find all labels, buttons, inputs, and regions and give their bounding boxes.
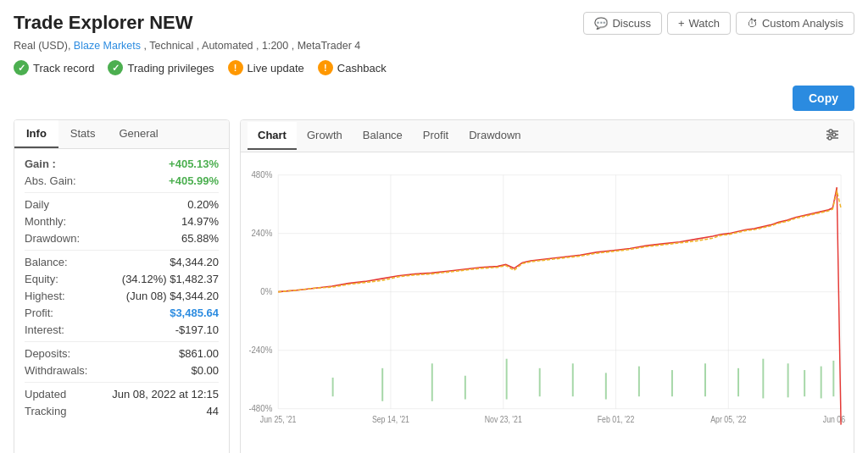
clock-icon: ⏱: [747, 17, 758, 30]
svg-rect-32: [506, 359, 508, 400]
chart-tab-drawdown[interactable]: Drawdown: [459, 122, 531, 150]
left-tabs: Info Stats General: [14, 120, 229, 149]
right-panel: Chart Growth Balance Profit Drawdown: [240, 119, 854, 453]
svg-rect-36: [638, 367, 640, 397]
profit-label: Profit:: [25, 307, 53, 319]
drawdown-row: Drawdown: 65.88%: [25, 232, 219, 245]
blaze-markets-link[interactable]: Blaze Markets: [74, 40, 141, 52]
info-icon: !: [318, 60, 333, 75]
svg-text:Nov 23, '21: Nov 23, '21: [485, 415, 522, 425]
discuss-button[interactable]: 💬 Discuss: [583, 12, 662, 35]
interest-value: -$197.10: [175, 323, 219, 336]
checkmark-icon: ✓: [14, 60, 29, 75]
tab-info[interactable]: Info: [14, 120, 58, 148]
abs-gain-label: Abs. Gain:: [25, 174, 76, 187]
daily-label: Daily: [25, 198, 49, 211]
svg-text:Jun 06, '22: Jun 06, '22: [823, 415, 845, 425]
balance-value: $4,344.20: [170, 256, 219, 268]
left-panel: Info Stats General Gain : +405.13% Abs. …: [14, 119, 230, 453]
updated-value: Jun 08, 2022 at 12:15: [112, 388, 219, 401]
watch-button[interactable]: + Watch: [667, 12, 731, 35]
svg-rect-35: [605, 373, 607, 399]
svg-text:Apr 05, '22: Apr 05, '22: [710, 415, 746, 425]
abs-gain-value: +405.99%: [169, 174, 219, 187]
info-table: Gain : +405.13% Abs. Gain: +405.99% Dail…: [14, 149, 229, 430]
tracking-row: Tracking 44: [25, 405, 219, 417]
badge-trading-privileges-label: Trading privileges: [127, 62, 214, 75]
updated-label: Updated: [25, 388, 66, 401]
svg-point-4: [832, 133, 836, 136]
badge-trading-privileges: ✓ Trading privileges: [108, 60, 214, 75]
page-title: Trade Explorer NEW: [14, 12, 193, 34]
drawdown-label: Drawdown:: [25, 232, 80, 245]
svg-text:480%: 480%: [251, 169, 272, 180]
deposits-row: Deposits: $861.00: [25, 347, 219, 360]
profit-row: Profit: $3,485.64: [25, 307, 219, 319]
interest-row: Interest: -$197.10: [25, 323, 219, 336]
svg-rect-28: [332, 378, 334, 396]
withdrawals-label: Withdrawals:: [25, 364, 87, 377]
svg-rect-31: [465, 376, 466, 400]
svg-rect-42: [804, 370, 805, 396]
chart-area: 480% 240% 0% -240% -480%: [241, 152, 854, 453]
discuss-icon: 💬: [594, 17, 608, 30]
daily-row: Daily 0.20%: [25, 198, 219, 211]
svg-rect-39: [737, 368, 739, 396]
gain-value: +405.13%: [169, 157, 219, 170]
svg-text:0%: 0%: [260, 286, 272, 296]
chart-tab-balance[interactable]: Balance: [353, 122, 413, 150]
chart-tab-growth[interactable]: Growth: [297, 122, 353, 150]
svg-text:-240%: -240%: [249, 345, 272, 355]
svg-rect-34: [572, 363, 574, 396]
profit-value: $3,485.64: [170, 307, 219, 319]
chart-tab-chart[interactable]: Chart: [248, 122, 297, 150]
deposits-label: Deposits:: [25, 347, 70, 360]
chart-tab-profit[interactable]: Profit: [413, 122, 459, 150]
tab-stats[interactable]: Stats: [58, 120, 108, 148]
copy-button[interactable]: Copy: [793, 86, 854, 111]
settings-icon[interactable]: [818, 120, 847, 152]
drawdown-value: 65.88%: [181, 232, 219, 245]
tracking-label: Tracking: [25, 405, 66, 417]
svg-rect-29: [381, 368, 383, 401]
svg-text:Sep 14, '21: Sep 14, '21: [372, 415, 409, 425]
abs-gain-row: Abs. Gain: +405.99%: [25, 174, 219, 187]
subtitle: Real (USD), Blaze Markets , Technical , …: [14, 40, 854, 52]
daily-value: 0.20%: [187, 198, 219, 211]
chart-tabs: Chart Growth Balance Profit Drawdown: [241, 120, 854, 152]
tab-general[interactable]: General: [107, 120, 170, 148]
gain-label: Gain :: [25, 157, 56, 170]
svg-rect-44: [832, 361, 834, 396]
monthly-label: Monthly:: [25, 215, 66, 228]
svg-rect-43: [821, 367, 822, 399]
svg-text:240%: 240%: [251, 228, 272, 238]
custom-analysis-button[interactable]: ⏱ Custom Analysis: [736, 12, 854, 35]
withdrawals-value: $0.00: [191, 364, 219, 377]
highest-label: Highest:: [25, 290, 65, 302]
interest-label: Interest:: [25, 323, 64, 336]
updated-row: Updated Jun 08, 2022 at 12:15: [25, 388, 219, 401]
svg-rect-37: [671, 370, 673, 396]
info-icon: !: [228, 60, 243, 75]
badge-track-record-label: Track record: [33, 62, 94, 75]
badge-live-update-label: Live update: [248, 62, 304, 75]
svg-rect-33: [539, 368, 541, 396]
svg-rect-40: [762, 359, 764, 399]
svg-text:-480%: -480%: [249, 403, 272, 413]
equity-row: Equity: (34.12%) $1,482.37: [25, 273, 219, 285]
tracking-value: 44: [207, 405, 219, 417]
chart-svg: 480% 240% 0% -240% -480%: [249, 161, 845, 453]
svg-point-3: [829, 130, 832, 133]
gain-row: Gain : +405.13%: [25, 157, 219, 170]
monthly-value: 14.97%: [181, 215, 219, 228]
deposits-value: $861.00: [179, 347, 219, 360]
highest-value: (Jun 08) $4,344.20: [126, 290, 219, 302]
equity-value: (34.12%) $1,482.37: [122, 273, 219, 285]
equity-label: Equity:: [25, 273, 58, 285]
badge-cashback-label: Cashback: [337, 62, 387, 75]
svg-text:Jun 25, '21: Jun 25, '21: [260, 415, 297, 425]
badge-live-update: ! Live update: [228, 60, 304, 75]
svg-rect-38: [704, 363, 706, 396]
highest-row: Highest: (Jun 08) $4,344.20: [25, 290, 219, 302]
badge-cashback: ! Cashback: [318, 60, 387, 75]
